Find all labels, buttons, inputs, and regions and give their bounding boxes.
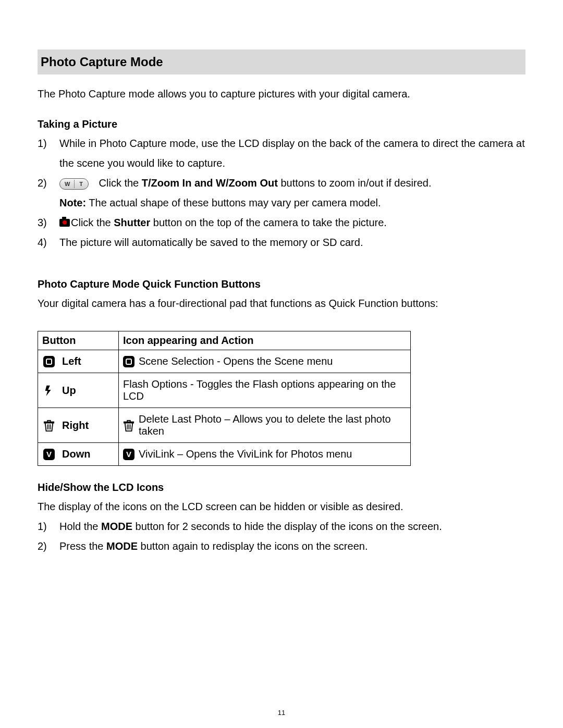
text-run: button again to redisplay the icons on t… [138, 540, 368, 552]
list-number: 2) [38, 536, 59, 556]
text-run: button for 2 seconds to hide the display… [132, 521, 442, 532]
scene-icon [43, 356, 55, 367]
scene-icon [123, 356, 134, 367]
quick-function-table: Button Icon appearing and Action Left Sc… [38, 331, 411, 466]
list-number: 3) [38, 213, 59, 232]
list-item: 3) Click the Shutter button on the top o… [38, 213, 525, 232]
list-number: 2) [38, 173, 59, 213]
text-bold: MODE [101, 521, 132, 532]
text-bold: Shutter [114, 217, 150, 228]
subheading-taking-picture: Taking a Picture [38, 118, 525, 130]
list-item: 4) The picture will automatically be sav… [38, 232, 525, 252]
list-number: 4) [38, 232, 59, 252]
th-action: Icon appearing and Action [119, 331, 411, 350]
camera-icon [59, 219, 70, 227]
list-item: 2) Press the MODE button again to redisp… [38, 536, 525, 556]
action-text: Flash Options - Toggles the Flash option… [123, 378, 396, 402]
list-body: Click the T/Zoom In and W/Zoom Out butto… [59, 173, 525, 213]
trash-icon [43, 419, 55, 431]
intro-text: The Photo Capture mode allows you to cap… [38, 84, 525, 104]
action-text: Delete Last Photo – Allows you to delete… [139, 413, 406, 437]
list-body: While in Photo Capture mode, use the LCD… [59, 133, 525, 173]
list-number: 1) [38, 133, 59, 173]
note-text: The actual shape of these buttons may va… [86, 197, 381, 208]
table-row: Left Scene Selection - Opens the Scene m… [38, 350, 411, 373]
list-body: Click the Shutter button on the top of t… [59, 213, 525, 232]
direction-label: Left [62, 355, 81, 367]
section-heading: Photo Capture Mode [38, 50, 525, 75]
vivilink-icon: V [43, 449, 55, 460]
table-row: V Down V ViviLink – Opens the ViviLink f… [38, 443, 411, 466]
list-item: 1) While in Photo Capture mode, use the … [38, 133, 525, 173]
zoom-wt-icon [59, 178, 89, 190]
list-body: The picture will automatically be saved … [59, 232, 525, 252]
direction-label: Right [62, 419, 89, 431]
th-button: Button [38, 331, 119, 350]
list-item: 2) Click the T/Zoom In and W/Zoom Out bu… [38, 173, 525, 213]
direction-label: Down [62, 448, 90, 460]
flash-icon [43, 385, 55, 396]
list-number: 1) [38, 516, 59, 536]
action-text: ViviLink – Opens the ViviLink for Photos… [139, 448, 352, 460]
subheading-hide-show: Hide/Show the LCD Icons [38, 482, 525, 493]
text-run: Press the [59, 540, 106, 552]
trash-icon [123, 419, 134, 431]
subheading-quick-functions: Photo Capture Mode Quick Function Button… [38, 278, 525, 290]
hide-show-list: 1) Hold the MODE button for 2 seconds to… [38, 516, 525, 556]
quick-intro: Your digital camera has a four-direction… [38, 293, 525, 313]
text-run: Click the [71, 217, 114, 228]
note-label: Note: [59, 197, 86, 208]
direction-label: Up [62, 385, 76, 397]
table-header-row: Button Icon appearing and Action [38, 331, 411, 350]
hide-intro: The display of the icons on the LCD scre… [38, 497, 525, 516]
text-run: Click the [96, 177, 142, 189]
text-run: button on the top of the camera to take … [150, 217, 387, 228]
text-bold: MODE [106, 540, 138, 552]
list-item: 1) Hold the MODE button for 2 seconds to… [38, 516, 525, 536]
text-run: buttons to zoom in/out if desired. [278, 177, 432, 189]
list-body: Hold the MODE button for 2 seconds to hi… [59, 516, 525, 536]
vivilink-icon: V [123, 449, 134, 460]
taking-picture-list: 1) While in Photo Capture mode, use the … [38, 133, 525, 252]
page-number: 11 [0, 709, 563, 717]
table-row: Right Delete Last Photo – Allows you to … [38, 408, 411, 443]
manual-page: Photo Capture Mode The Photo Capture mod… [0, 0, 563, 728]
text-bold: T/Zoom In and W/Zoom Out [142, 177, 278, 189]
table-row: Up Flash Options - Toggles the Flash opt… [38, 373, 411, 408]
text-run: Hold the [59, 521, 101, 532]
action-text: Scene Selection - Opens the Scene menu [139, 355, 333, 367]
list-body: Press the MODE button again to redisplay… [59, 536, 525, 556]
